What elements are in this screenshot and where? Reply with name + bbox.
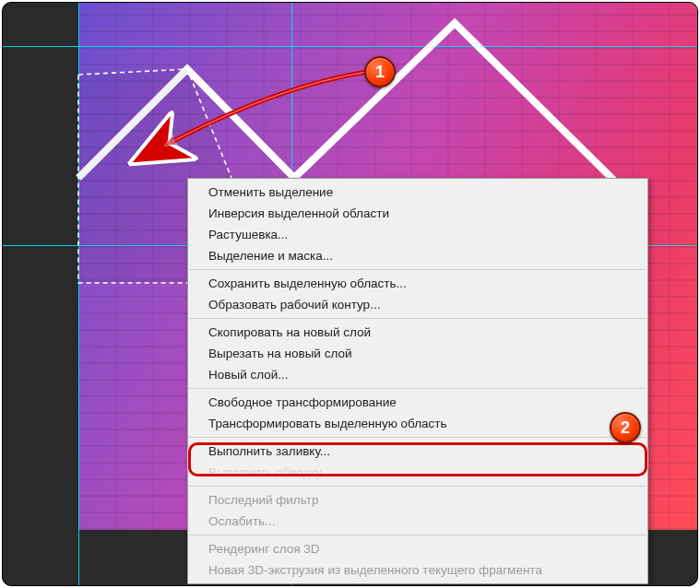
menu-new-3d-extrusion: Новая 3D-экструзия из выделенного текуще… — [188, 559, 647, 581]
menu-fill[interactable]: Выполнить заливку... — [188, 441, 647, 462]
photoshop-canvas-stage[interactable]: Отменить выделение Инверсия выделенной о… — [3, 3, 697, 585]
menu-new-layer[interactable]: Новый слой... — [188, 364, 647, 385]
menu-select-and-mask[interactable]: Выделение и маска... — [188, 245, 647, 266]
menu-save-selection[interactable]: Сохранить выделенную область... — [188, 273, 647, 294]
menu-separator — [189, 388, 647, 389]
guide-vertical-1 — [78, 3, 79, 585]
menu-make-work-path[interactable]: Образовать рабочий контур... — [188, 294, 647, 315]
menu-separator — [189, 486, 647, 487]
menu-render-3d-layer: Рендеринг слоя 3D — [188, 538, 647, 559]
annotation-badge-2: 2 — [610, 412, 641, 443]
menu-transform-selection[interactable]: Трансформировать выделенную область — [188, 413, 647, 434]
menu-deselect[interactable]: Отменить выделение — [188, 182, 647, 203]
menu-select-inverse[interactable]: Инверсия выделенной области — [188, 203, 647, 224]
menu-stroke[interactable]: Выполнить обводку... — [188, 462, 647, 483]
menu-separator — [189, 437, 647, 438]
menu-layer-via-copy[interactable]: Скопировать на новый слой — [188, 322, 647, 343]
menu-separator — [189, 269, 647, 270]
annotation-badge-1: 1 — [364, 56, 396, 88]
menu-separator — [189, 318, 647, 319]
menu-last-filter: Последний фильтр — [188, 489, 647, 511]
menu-layer-via-cut[interactable]: Вырезать на новый слой — [188, 343, 647, 364]
menu-fade: Ослабить... — [188, 511, 647, 532]
context-menu: Отменить выделение Инверсия выделенной о… — [187, 178, 648, 584]
menu-free-transform[interactable]: Свободное трансформирование — [188, 392, 647, 413]
guide-horizontal-1 — [3, 46, 697, 47]
menu-separator — [189, 535, 647, 535]
menu-feather[interactable]: Растушевка... — [188, 224, 647, 245]
